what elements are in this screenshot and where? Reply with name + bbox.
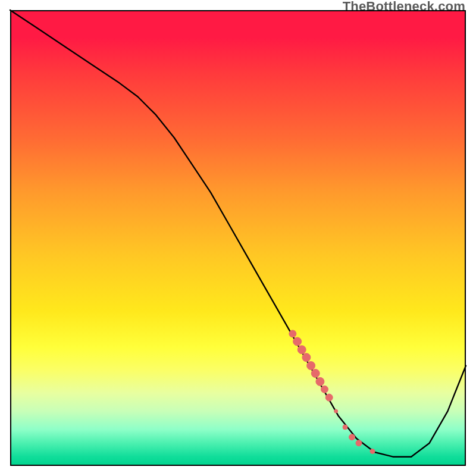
curve-marker <box>334 409 338 413</box>
curve-marker <box>325 394 333 401</box>
plot-frame <box>10 10 466 466</box>
curve-marker <box>370 449 375 454</box>
curve-marker <box>302 353 311 362</box>
curve-marker <box>298 346 306 354</box>
curve-marker <box>321 386 328 393</box>
chart-stage: TheBottleneck.com <box>0 0 476 476</box>
curve-marker <box>343 425 347 430</box>
curve-markers <box>289 330 375 454</box>
curve-marker <box>316 377 324 386</box>
curve-marker <box>356 440 362 446</box>
chart-svg <box>10 10 466 466</box>
curve-marker <box>293 337 302 346</box>
curve-marker <box>307 362 315 370</box>
curve-marker <box>289 330 296 337</box>
bottleneck-curve <box>10 10 466 457</box>
curve-marker <box>349 434 355 440</box>
curve-marker <box>311 369 320 378</box>
